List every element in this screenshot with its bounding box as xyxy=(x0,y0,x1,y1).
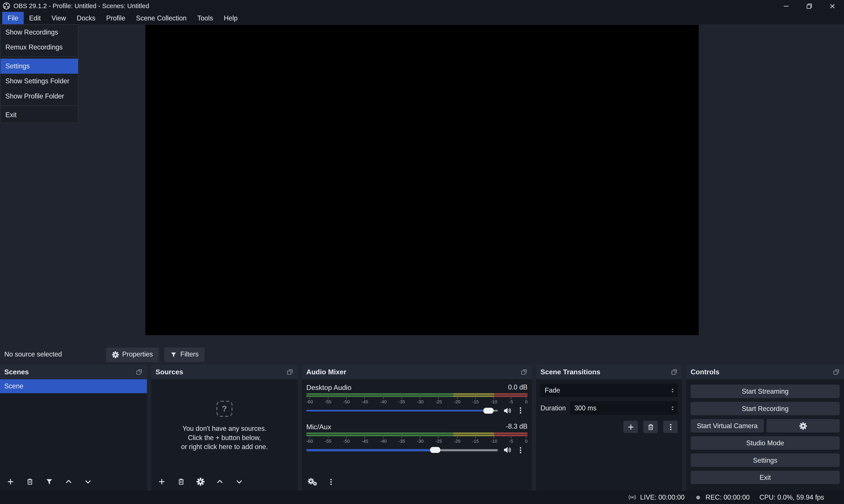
scene-transitions-body: Fade Duration 300 ms xyxy=(536,379,682,491)
transition-menu-button[interactable] xyxy=(663,421,678,433)
menu-scene-collection[interactable]: Scene Collection xyxy=(130,12,192,24)
close-button[interactable] xyxy=(821,0,844,12)
virtual-camera-settings-button[interactable] xyxy=(767,419,840,432)
speaker-icon[interactable] xyxy=(503,407,511,415)
volume-meter xyxy=(306,433,527,436)
add-scene-button[interactable] xyxy=(6,478,15,486)
maximize-button[interactable] xyxy=(798,0,821,12)
slider-handle[interactable] xyxy=(430,447,440,453)
start-recording-button[interactable]: Start Recording xyxy=(690,402,840,415)
volume-meter xyxy=(306,393,527,397)
window-title: OBS 29.1.2 - Profile: Untitled - Scenes:… xyxy=(13,2,149,10)
meter-tick: -5 xyxy=(509,397,513,404)
minimize-button[interactable] xyxy=(774,0,797,12)
menu-docks[interactable]: Docks xyxy=(71,12,101,24)
remove-scene-button[interactable] xyxy=(26,478,34,486)
popout-icon xyxy=(521,368,528,375)
start-streaming-button[interactable]: Start Streaming xyxy=(690,385,840,398)
meter-tick: -45 xyxy=(362,437,368,444)
start-virtual-camera-button[interactable]: Start Virtual Camera xyxy=(690,419,764,432)
menu-help[interactable]: Help xyxy=(218,12,243,24)
menu-item-show-recordings[interactable]: Show Recordings xyxy=(0,25,78,40)
filters-button[interactable]: Filters xyxy=(164,347,205,362)
source-properties-button[interactable] xyxy=(197,478,205,486)
menu-edit[interactable]: Edit xyxy=(24,12,46,24)
move-source-up-button[interactable] xyxy=(216,478,224,486)
transition-select[interactable]: Fade xyxy=(540,383,678,397)
volume-slider[interactable] xyxy=(306,406,498,415)
meter-tick: -45 xyxy=(362,397,368,404)
spinner-icon[interactable] xyxy=(670,404,678,412)
menubar: File Edit View Docks Profile Scene Colle… xyxy=(0,12,844,24)
scenes-list[interactable]: Scene xyxy=(0,379,147,473)
rec-status: REC: 00:00:00 xyxy=(694,493,750,501)
scene-list-item[interactable]: Scene xyxy=(0,379,147,393)
remove-source-button[interactable] xyxy=(177,478,185,486)
channel-name: Desktop Audio xyxy=(306,383,351,392)
meter-tick: -15 xyxy=(472,437,479,444)
sources-empty-text: Click the + button below, xyxy=(188,433,261,443)
mixer-channels: Desktop Audio 0.0 dB -60-55-50-45-40-35-… xyxy=(302,379,532,473)
meter-tick: -20 xyxy=(454,397,460,404)
obs-logo-icon xyxy=(3,2,10,10)
meter-tick: -50 xyxy=(343,397,350,404)
remove-transition-button[interactable] xyxy=(643,421,658,433)
audio-mixer-title: Audio Mixer xyxy=(306,368,346,376)
spinner-icon[interactable] xyxy=(670,386,678,394)
live-time: LIVE: 00:00:00 xyxy=(640,493,684,501)
move-scene-down-button[interactable] xyxy=(84,478,92,486)
preview-canvas[interactable] xyxy=(145,25,699,335)
window-controls xyxy=(774,0,844,12)
transition-value: Fade xyxy=(545,386,560,394)
menu-tools[interactable]: Tools xyxy=(192,12,218,24)
exit-button[interactable]: Exit xyxy=(690,471,840,484)
menu-item-show-settings-folder[interactable]: Show Settings Folder xyxy=(0,74,78,89)
audio-mixer-panel: Audio Mixer Desktop Audio 0.0 dB -60-55-… xyxy=(302,365,532,491)
controls-title: Controls xyxy=(690,368,719,376)
menu-item-remux-recordings[interactable]: Remux Recordings xyxy=(0,40,78,55)
menu-item-exit[interactable]: Exit xyxy=(0,107,78,123)
popout-icon xyxy=(833,368,840,375)
meter-tick: -40 xyxy=(380,437,387,444)
move-scene-up-button[interactable] xyxy=(65,478,73,486)
controls-panel: Controls Start Streaming Start Recording… xyxy=(686,365,844,491)
advanced-audio-icon[interactable] xyxy=(307,478,318,486)
audio-mixer-header: Audio Mixer xyxy=(302,365,532,379)
studio-mode-button[interactable]: Studio Mode xyxy=(690,436,840,450)
move-source-down-button[interactable] xyxy=(235,478,244,486)
mixer-menu-button[interactable] xyxy=(327,478,335,485)
properties-button[interactable]: Properties xyxy=(106,347,159,362)
channel-name: Mic/Aux xyxy=(306,423,331,431)
channel-level-db: 0.0 dB xyxy=(508,383,527,391)
slider-handle[interactable] xyxy=(483,408,494,414)
titlebar: OBS 29.1.2 - Profile: Untitled - Scenes:… xyxy=(0,0,844,12)
duration-input[interactable]: 300 ms xyxy=(570,401,678,415)
meter-tick: -55 xyxy=(325,397,331,404)
menu-item-settings[interactable]: Settings xyxy=(0,59,78,74)
meter-tick: -50 xyxy=(343,437,350,444)
scenes-panel: Scenes Scene xyxy=(0,365,147,491)
preview-area xyxy=(0,24,844,344)
add-transition-button[interactable] xyxy=(623,421,638,433)
preview-toolbar: No source selected Properties Filters xyxy=(0,344,844,365)
add-source-button[interactable] xyxy=(158,478,166,486)
menu-file[interactable]: File xyxy=(2,12,24,24)
sources-panel-header: Sources xyxy=(151,365,298,379)
settings-button[interactable]: Settings xyxy=(690,453,840,467)
speaker-icon[interactable] xyxy=(503,446,511,454)
mixer-toolbar xyxy=(302,473,532,491)
channel-menu-button[interactable] xyxy=(517,446,524,454)
dock-panels: Scenes Scene Sources ? You don't xyxy=(0,365,844,491)
sources-panel-title: Sources xyxy=(156,368,183,376)
menu-profile[interactable]: Profile xyxy=(101,12,131,24)
menu-item-show-profile-folder[interactable]: Show Profile Folder xyxy=(0,89,78,104)
scene-filters-button[interactable] xyxy=(45,478,53,486)
channel-menu-button[interactable] xyxy=(517,407,524,414)
volume-slider[interactable] xyxy=(306,446,498,454)
statusbar: LIVE: 00:00:00 REC: 00:00:00 CPU: 0.0%, … xyxy=(0,491,844,504)
sources-empty-text: You don't have any sources. xyxy=(182,424,267,433)
scenes-toolbar xyxy=(0,473,147,491)
menu-view[interactable]: View xyxy=(46,12,71,24)
sources-list[interactable]: ? You don't have any sources. Click the … xyxy=(151,379,298,473)
controls-body: Start Streaming Start Recording Start Vi… xyxy=(686,379,844,491)
